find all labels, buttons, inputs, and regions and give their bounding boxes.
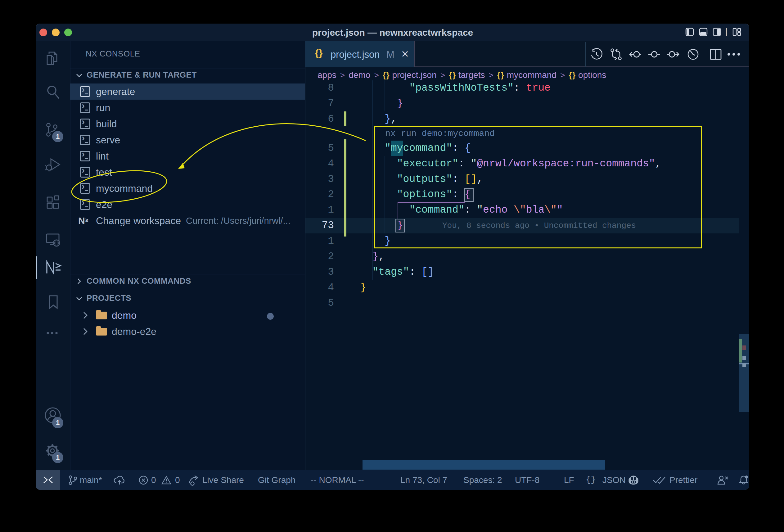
svg-text:≥: ≥	[85, 217, 88, 223]
svg-text:N: N	[78, 216, 85, 226]
